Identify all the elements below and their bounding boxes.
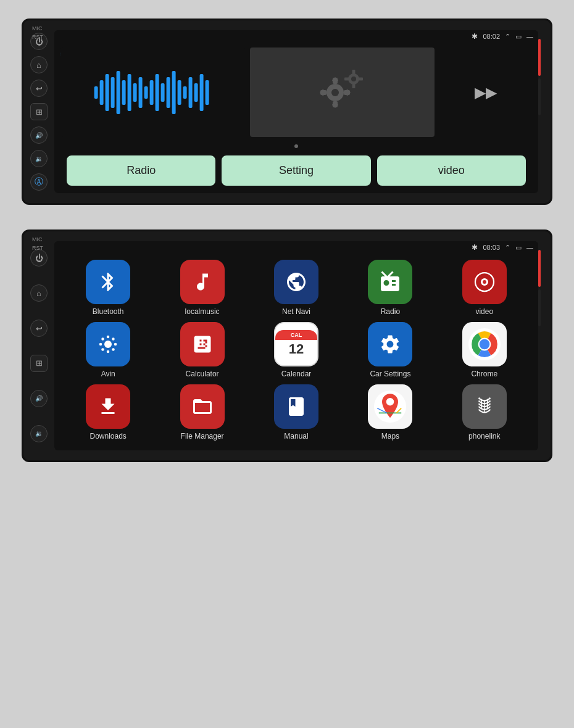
svg-point-48 — [112, 337, 115, 341]
vol-down-button-1[interactable]: 🔉 — [30, 150, 48, 167]
wire-red-1 — [538, 39, 541, 76]
app-chrome[interactable]: Chrome — [441, 322, 528, 378]
rst-label-1: RST — [32, 34, 43, 40]
apps-button-1[interactable]: ⊞ — [30, 103, 48, 120]
avin-app-label: Avin — [101, 370, 115, 378]
downloads-app-label: Downloads — [90, 432, 127, 441]
svg-point-51 — [479, 339, 489, 350]
status-bar-2: ✱ 08:03 ⌃ ▭ — — [54, 241, 538, 254]
phonelink-app-label: phonelink — [468, 432, 500, 441]
device-1: MIC RST ⏻ ⌂ ↩ ⊞ 🔊 🔉 Ⓐ ✱ 08:02 ⌃ ▭ — — [22, 19, 552, 205]
mic-label-1: MIC — [32, 25, 43, 31]
app-netnavi[interactable]: Net Navi — [252, 260, 340, 316]
svg-point-40 — [104, 341, 112, 348]
maps-icon-app — [368, 384, 412, 429]
mic-label-2: MIC — [32, 236, 43, 242]
svg-rect-16 — [183, 86, 187, 99]
svg-rect-36 — [359, 77, 363, 80]
vol-up-button-1[interactable]: 🔊 — [30, 126, 48, 144]
filemanager-icon — [180, 384, 225, 429]
wire-red-2 — [538, 250, 541, 287]
svg-rect-5 — [122, 80, 126, 105]
svg-point-32 — [351, 77, 356, 81]
downloads-icon — [86, 384, 130, 429]
vol-down-button-2[interactable]: 🔉 — [30, 425, 48, 442]
svg-rect-35 — [344, 77, 349, 80]
svg-rect-10 — [150, 80, 154, 105]
manual-app-label: Manual — [284, 432, 308, 441]
chrome-app-label: Chrome — [471, 370, 497, 378]
calendar-icon: CAL 12 — [274, 322, 318, 366]
svg-rect-12 — [161, 83, 165, 102]
vol-up-button-2[interactable]: 🔊 — [30, 390, 48, 407]
waveform-display — [60, 48, 245, 137]
svg-point-46 — [112, 348, 115, 351]
svg-rect-3 — [111, 77, 115, 108]
manual-icon — [274, 384, 318, 429]
app-avin[interactable]: Avin — [64, 322, 152, 378]
phonelink-icon — [462, 384, 507, 429]
video-app-label: video — [475, 307, 493, 316]
power-button-2[interactable]: ⏻ — [30, 249, 48, 267]
svg-rect-15 — [178, 80, 181, 105]
svg-point-42 — [107, 350, 110, 354]
home-button-2[interactable]: ⌂ — [30, 284, 48, 302]
carsettings-icon — [368, 322, 412, 366]
bluetooth-icon-app — [86, 260, 130, 304]
app-maps[interactable]: Maps — [346, 384, 434, 441]
svg-point-22 — [331, 89, 339, 96]
chevron-icon-1: ⌃ — [505, 33, 510, 41]
svg-point-47 — [101, 348, 104, 351]
app-manual[interactable]: Manual — [252, 384, 340, 441]
setting-button[interactable]: Setting — [222, 155, 370, 186]
app-filemanager[interactable]: File Manager — [158, 384, 246, 441]
apps-button-2[interactable]: ⊞ — [30, 355, 48, 372]
localmusic-app-label: localmusic — [185, 307, 220, 316]
netnavi-app-label: Net Navi — [282, 307, 310, 316]
svg-rect-17 — [189, 77, 193, 108]
back-button-1[interactable]: ↩ — [30, 80, 48, 97]
svg-point-53 — [386, 398, 394, 405]
app-localmusic[interactable]: localmusic — [158, 260, 246, 316]
svg-rect-0 — [94, 86, 98, 99]
svg-point-43 — [99, 343, 102, 346]
screen-1: ✱ 08:02 ⌃ ▭ — ⚙ — [54, 30, 538, 193]
side-controls-2: ⏻ ⌂ ↩ ⊞ 🔊 🔉 — [23, 238, 54, 454]
radio-app-label: Radio — [381, 307, 400, 316]
chevron-icon-2: ⌃ — [505, 244, 510, 252]
home-button-1[interactable]: ⌂ — [30, 56, 48, 73]
svg-rect-4 — [117, 71, 120, 114]
svg-point-41 — [107, 336, 110, 339]
svg-rect-2 — [106, 74, 109, 111]
maps-app-label: Maps — [381, 432, 399, 441]
netnavi-icon — [274, 260, 318, 304]
window-icon-1: ▭ — [515, 33, 522, 41]
app-calendar[interactable]: CAL 12 Calendar — [252, 322, 340, 378]
app-carsettings[interactable]: Car Settings — [346, 322, 434, 378]
wires-2 — [538, 238, 551, 454]
app-calculator[interactable]: Calculator — [158, 322, 246, 378]
svg-rect-8 — [139, 77, 143, 108]
video-button[interactable]: video — [377, 155, 526, 186]
svg-point-39 — [483, 280, 486, 284]
play-icon: ▶▶ — [475, 84, 497, 101]
app-bluetooth[interactable]: Bluetooth — [64, 260, 152, 316]
android-auto-button-1[interactable]: Ⓐ — [30, 173, 48, 191]
svg-rect-33 — [352, 70, 355, 74]
svg-rect-19 — [200, 74, 204, 111]
play-button[interactable]: ▶▶ — [439, 48, 532, 137]
device-2: MIC RST ⏻ ⌂ ↩ ⊞ 🔊 🔉 ✱ 08:03 ⌃ ▭ — — [22, 230, 552, 462]
svg-rect-20 — [206, 80, 209, 105]
wire-black-1 — [538, 78, 541, 115]
svg-rect-9 — [144, 86, 148, 99]
back-button-2[interactable]: ↩ — [30, 320, 48, 337]
filemanager-app-label: File Manager — [181, 432, 224, 441]
radio-button[interactable]: Radio — [67, 155, 215, 186]
app-downloads[interactable]: Downloads — [64, 384, 152, 441]
app-radio[interactable]: Radio — [346, 260, 434, 316]
app-phonelink[interactable]: phonelink — [441, 384, 528, 441]
window-icon-2: ▭ — [515, 244, 522, 252]
wire-black-2 — [538, 289, 541, 326]
app-video[interactable]: video — [441, 260, 528, 316]
page-indicator — [54, 142, 538, 151]
